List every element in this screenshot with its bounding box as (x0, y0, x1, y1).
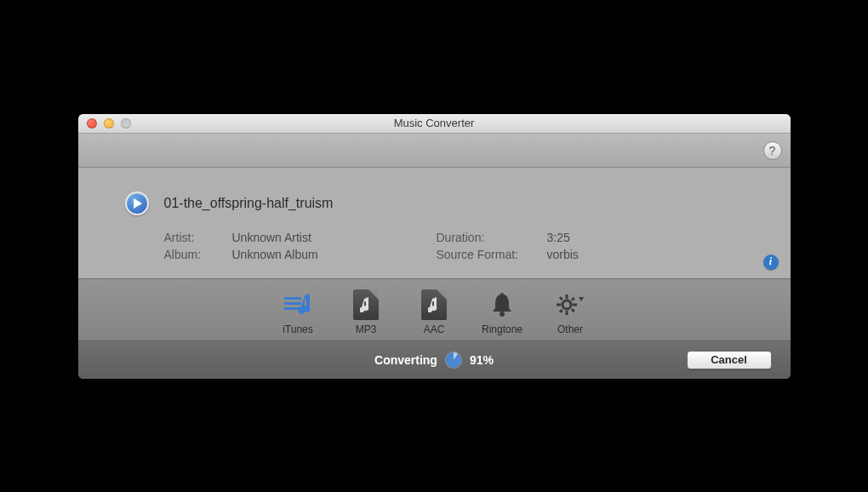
svg-rect-9 (559, 296, 563, 300)
format-aac[interactable]: AAC (408, 289, 460, 335)
duration-label: Duration: (437, 231, 547, 244)
svg-rect-1 (284, 302, 301, 305)
format-itunes[interactable]: iTunes (271, 289, 324, 335)
progress-percent: 91% (470, 353, 494, 367)
svg-rect-8 (573, 303, 577, 306)
format-itunes-label: iTunes (283, 323, 313, 335)
svg-rect-11 (571, 296, 575, 300)
svg-rect-12 (559, 308, 563, 312)
content-area: 01-the_offspring-half_truism Artist: Unk… (78, 168, 791, 278)
format-mp3-label: MP3 (356, 323, 377, 335)
itunes-icon (283, 289, 313, 320)
bell-icon (487, 289, 517, 320)
svg-rect-5 (566, 295, 568, 299)
source-format-label: Source Format: (437, 248, 547, 261)
titlebar: Music Converter (78, 114, 791, 134)
progress-status: Converting (374, 353, 437, 367)
app-window: Music Converter ? 01-the_offspring-half_… (78, 114, 791, 379)
help-button[interactable]: ? (763, 141, 782, 160)
chevron-down-icon (579, 297, 584, 301)
toolbar: ? (78, 134, 791, 168)
format-other[interactable]: Other (544, 289, 597, 335)
source-format-value: vorbis (547, 248, 579, 261)
gear-icon (555, 289, 585, 320)
svg-rect-7 (557, 303, 561, 306)
minimize-window-button[interactable] (104, 118, 114, 129)
format-mp3[interactable]: MP3 (340, 289, 392, 335)
svg-rect-10 (571, 308, 575, 312)
help-icon: ? (769, 144, 776, 157)
track-name: 01-the_offspring-half_truism (164, 196, 334, 211)
format-aac-label: AAC (424, 323, 445, 335)
cancel-button-label: Cancel (711, 353, 747, 366)
artist-value: Unknown Artist (232, 231, 437, 244)
play-icon (134, 198, 142, 209)
info-icon: i (769, 255, 772, 268)
artist-label: Artist: (164, 231, 232, 244)
format-other-label: Other (557, 323, 583, 335)
close-window-button[interactable] (87, 118, 97, 129)
progress-bar: Converting 91% Cancel (78, 341, 791, 379)
window-title: Music Converter (78, 117, 791, 129)
svg-point-3 (500, 312, 505, 317)
progress-pie-icon (446, 352, 461, 368)
format-ringtone[interactable]: Ringtone (476, 289, 528, 335)
duration-value: 3:25 (547, 231, 579, 244)
cancel-button[interactable]: Cancel (687, 351, 772, 369)
aac-file-icon (419, 289, 449, 320)
album-label: Album: (164, 248, 232, 261)
svg-point-4 (562, 300, 571, 309)
mp3-file-icon (351, 289, 381, 320)
format-selector: iTunes MP3 AAC (78, 278, 791, 341)
svg-rect-6 (566, 311, 568, 315)
format-ringtone-label: Ringtone (482, 323, 523, 335)
svg-rect-0 (284, 297, 301, 300)
album-value: Unknown Album (232, 248, 437, 261)
traffic-lights (78, 118, 131, 129)
zoom-window-button[interactable] (121, 118, 131, 129)
info-button[interactable]: i (763, 255, 779, 270)
play-button[interactable] (125, 192, 149, 215)
